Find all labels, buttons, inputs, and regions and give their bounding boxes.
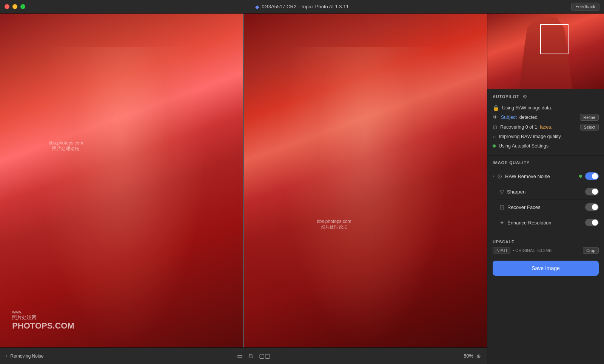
bottom-right: 50% ⊕ <box>464 353 481 359</box>
app-icon: ◆ <box>255 4 259 10</box>
toggle-knob <box>592 204 598 210</box>
enhance-resolution-item: ✦ Enhance Resolution <box>493 215 599 230</box>
images-container: bbs.photops.com 照片处理论坛 www. 照片处理网 PHOTOP… <box>0 14 487 347</box>
bottom-left: ‹ Removing Noise <box>6 353 43 359</box>
maximize-button[interactable] <box>20 4 25 9</box>
zoom-level: 50% <box>464 353 473 359</box>
image-quality-section: IMAGE QUALITY › ⊙ RAW Remove Noise ▽ Sha… <box>487 156 604 235</box>
view-compare-icon[interactable]: ⧉ <box>249 353 253 359</box>
noise-removal-label: RAW Remove Noise <box>505 174 576 179</box>
size-label: 53.3MB <box>537 248 552 253</box>
left-image-panel[interactable]: bbs.photops.com 照片处理论坛 www. 照片处理网 PHOTOP… <box>0 14 243 347</box>
improving-raw-row: ○ Improving RAW image quality. <box>493 132 599 141</box>
face-selection-box <box>540 24 569 54</box>
autopilot-settings-row: Using Autopilot Settings <box>493 141 599 151</box>
upscale-title: UPSCALE <box>487 235 604 247</box>
view-single-icon[interactable]: ▭ <box>237 352 243 359</box>
toggle-knob <box>592 220 598 226</box>
recover-faces-toggle[interactable] <box>585 203 599 211</box>
image-quality-header: IMAGE QUALITY <box>493 160 599 165</box>
original-label: • ORIGINAL <box>513 248 535 253</box>
sharpen-item: ▽ Sharpen <box>493 184 599 200</box>
bottom-bar: ‹ Removing Noise ▭ ⧉ ▢▢ 50% ⊕ <box>0 347 487 364</box>
noise-active-dot <box>579 175 582 178</box>
input-label: INPUT <box>493 247 510 254</box>
select-button[interactable]: Select <box>580 124 599 131</box>
recover-faces-item: ⊡ Recover Faces <box>493 200 599 215</box>
original-photo: bbs.photops.com 照片处理论坛 www. 照片处理网 PHOTOP… <box>0 14 243 347</box>
refine-button[interactable]: Refine <box>580 114 599 121</box>
recovering-faces-row: ⊡ Recovering 0 of 1 faces. Select <box>493 122 599 132</box>
raw-remove-noise-item: › ⊙ RAW Remove Noise <box>493 169 599 184</box>
recover-faces-label: Recover Faces <box>507 204 582 210</box>
status-text: Removing Noise <box>10 353 43 359</box>
noise-removal-icon: ⊙ <box>497 173 502 180</box>
right-image-panel[interactable]: bbs.photops.com 照片处理论坛 <box>243 14 487 347</box>
minimize-button[interactable] <box>12 4 17 9</box>
autopilot-section: AUTOPILOT ⚙ 🔒 Using RAW image data. 👁 Su… <box>487 89 604 156</box>
chevron-right-icon[interactable]: › <box>493 174 494 179</box>
image-quality-title: IMAGE QUALITY <box>493 160 530 165</box>
toggle-knob <box>592 173 598 179</box>
window-title: ◆ 0G3A5517.CR2 - Topaz Photo AI 1.3.11 <box>255 4 348 10</box>
sharpen-icon: ▽ <box>499 188 504 195</box>
autopilot-title: AUTOPILOT <box>493 94 519 99</box>
face-recovery-icon: ⊡ <box>493 124 497 130</box>
raw-info-text: Using RAW image data. <box>502 105 599 111</box>
noise-removal-toggle[interactable] <box>585 172 599 180</box>
subject-detected-row: 👁 Subject detected. Refine <box>493 112 599 122</box>
view-split-icon[interactable]: ▢▢ <box>259 352 270 359</box>
toggle-knob <box>592 189 598 195</box>
main-content: bbs.photops.com 照片处理论坛 www. 照片处理网 PHOTOP… <box>0 14 604 364</box>
watermark-bottom-left: www. 照片处理网 PHOTOPS.COM <box>12 310 74 331</box>
sharpen-toggle[interactable] <box>585 188 599 195</box>
green-dot-icon <box>493 144 496 147</box>
improving-icon: ○ <box>493 134 496 140</box>
gear-icon[interactable]: ⚙ <box>522 94 527 100</box>
raw-info-row: 🔒 Using RAW image data. <box>493 103 599 112</box>
back-arrow-icon[interactable]: ‹ <box>6 354 7 358</box>
image-area: bbs.photops.com 照片处理论坛 www. 照片处理网 PHOTOP… <box>0 14 487 364</box>
recover-faces-icon: ⊡ <box>499 204 504 211</box>
feedback-button[interactable]: Feedback <box>571 3 599 11</box>
titlebar: ◆ 0G3A5517.CR2 - Topaz Photo AI 1.3.11 F… <box>0 0 604 14</box>
autopilot-settings-label: Using Autopilot Settings <box>499 143 549 149</box>
raw-icon: 🔒 <box>493 105 499 111</box>
right-panel: AUTOPILOT ⚙ 🔒 Using RAW image data. 👁 Su… <box>487 14 604 364</box>
enhance-resolution-label: Enhance Resolution <box>507 220 582 226</box>
close-button[interactable] <box>5 4 9 9</box>
crop-button[interactable]: Crop <box>583 247 599 254</box>
thumbnail-area <box>487 14 604 89</box>
expand-icon[interactable]: ⊕ <box>476 353 481 359</box>
window-controls <box>5 4 25 9</box>
save-image-button[interactable]: Save Image <box>493 261 599 276</box>
bottom-center-controls: ▭ ⧉ ▢▢ <box>237 352 270 359</box>
subject-detected-text: Subject detected. <box>501 115 577 120</box>
thumbnail-photo <box>487 14 604 89</box>
sharpen-label: Sharpen <box>507 189 582 195</box>
improving-text: Improving RAW image quality. <box>499 134 599 139</box>
upscale-section: UPSCALE INPUT • ORIGINAL 53.3MB Crop <box>487 235 604 257</box>
upscale-input-row: INPUT • ORIGINAL 53.3MB Crop <box>487 247 604 257</box>
recovering-text: Recovering 0 of 1 faces. <box>500 124 577 130</box>
processed-photo: bbs.photops.com 照片处理论坛 <box>244 14 487 347</box>
enhance-resolution-toggle[interactable] <box>585 219 599 226</box>
enhance-icon: ✦ <box>499 219 504 226</box>
autopilot-header: AUTOPILOT ⚙ <box>493 94 599 100</box>
subject-icon: 👁 <box>493 114 498 120</box>
